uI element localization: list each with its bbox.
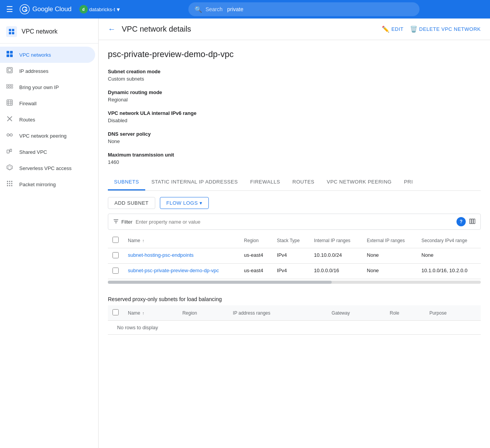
- sidebar-item-routes[interactable]: Routes: [0, 111, 95, 128]
- delete-vpc-button[interactable]: 🗑️ DELETE VPC NETWORK: [410, 25, 481, 33]
- serverless-vpc-icon: [6, 164, 14, 172]
- proxy-select-all-checkbox[interactable]: [112, 309, 119, 315]
- help-icon[interactable]: ?: [456, 217, 466, 226]
- sidebar-item-firewall[interactable]: Firewall: [0, 95, 95, 111]
- svg-rect-8: [10, 54, 13, 57]
- col-name-label: Name: [128, 238, 140, 243]
- svg-point-25: [10, 134, 12, 136]
- sidebar-item-shared-vpc[interactable]: Shared VPC: [0, 144, 95, 160]
- flow-logs-button[interactable]: FLOW LOGS ▾: [160, 197, 209, 209]
- project-dropdown-icon: ▾: [117, 6, 120, 13]
- svg-rect-4: [12, 32, 14, 34]
- main-content: ← VPC network details ✏️ EDIT 🗑️ DELETE …: [99, 19, 490, 448]
- col-header-external-ip[interactable]: External IP ranges: [362, 233, 417, 248]
- svg-rect-12: [9, 84, 10, 86]
- row2-name-link[interactable]: subnet-psc-private-preview-demo-dp-vpc: [128, 268, 219, 273]
- add-subnet-button[interactable]: ADD SUBNET: [108, 197, 155, 209]
- row2-name: subnet-psc-private-preview-demo-dp-vpc: [123, 264, 239, 279]
- sidebar-item-ip-addresses[interactable]: IP addresses: [0, 63, 95, 79]
- svg-rect-1: [9, 29, 11, 31]
- horizontal-scrollbar[interactable]: [108, 281, 481, 284]
- col-header-stack-type[interactable]: Stack Type: [272, 233, 309, 248]
- svg-marker-30: [8, 166, 11, 170]
- row1-region: us-east4: [239, 248, 272, 264]
- proxy-col-role[interactable]: Role: [385, 305, 425, 321]
- detail-label-subnet-creation: Subnet creation mode: [108, 69, 481, 74]
- sidebar-item-bring-your-own-ip[interactable]: Bring your own IP: [0, 79, 95, 95]
- page-actions: ✏️ EDIT 🗑️ DELETE VPC NETWORK: [382, 25, 481, 33]
- proxy-no-rows-row: No rows to display: [108, 321, 481, 335]
- sidebar-item-label-serverless-vpc: Serverless VPC access: [19, 165, 72, 171]
- col-header-name[interactable]: Name ↑: [123, 233, 239, 248]
- row2-secondary-ipv4: 10.1.0.0/16, 10.2.0.0: [417, 264, 481, 279]
- tab-routes[interactable]: ROUTES: [286, 174, 321, 190]
- sidebar-header: VPC network: [0, 22, 98, 44]
- svg-rect-10: [8, 69, 11, 72]
- subnet-controls: ADD SUBNET FLOW LOGS ▾: [108, 191, 481, 214]
- ip-addresses-icon: [6, 67, 14, 75]
- proxy-col-region[interactable]: Region: [178, 305, 228, 321]
- col-header-internal-ip[interactable]: Internal IP ranges: [309, 233, 362, 248]
- sidebar-item-label-routes: Routes: [19, 117, 35, 123]
- proxy-col-ip-ranges[interactable]: IP address ranges: [228, 305, 327, 321]
- proxy-subnets-heading: Reserved proxy-only subnets for load bal…: [108, 290, 481, 305]
- proxy-col-gateway[interactable]: Gateway: [327, 305, 385, 321]
- firewall-icon: [6, 99, 14, 108]
- detail-value-mtu: 1460: [108, 159, 481, 165]
- svg-rect-16: [11, 87, 13, 88]
- detail-dynamic-routing-mode: Dynamic routing mode Regional: [108, 89, 481, 103]
- logo-text: Google Cloud: [32, 5, 72, 13]
- svg-rect-38: [11, 183, 12, 184]
- svg-rect-3: [9, 32, 11, 34]
- search-bar[interactable]: 🔍 Search private: [188, 2, 420, 16]
- back-button[interactable]: ←: [108, 25, 116, 34]
- routes-icon: [6, 115, 14, 124]
- columns-icon[interactable]: [469, 218, 476, 226]
- bring-your-own-ip-icon: [6, 83, 14, 91]
- filter-icon: [113, 218, 119, 226]
- layout: VPC network VPC networks IP addresse: [0, 19, 490, 448]
- svg-rect-33: [7, 185, 8, 186]
- flow-logs-arrow: ▾: [200, 200, 203, 206]
- project-selector[interactable]: d databricks-t ▾: [79, 5, 120, 13]
- sidebar-item-vpc-networks[interactable]: VPC networks: [0, 47, 95, 63]
- tab-static-internal-ip[interactable]: STATIC INTERNAL IP ADDRESSES: [145, 174, 244, 190]
- proxy-col-purpose[interactable]: Purpose: [425, 305, 481, 321]
- proxy-table-header-row: Name ↑ Region IP address ranges Gateway …: [108, 305, 481, 321]
- detail-label-dns: DNS server policy: [108, 131, 481, 137]
- row2-region: us-east4: [239, 264, 272, 279]
- svg-rect-7: [7, 54, 9, 57]
- svg-rect-5: [7, 51, 9, 54]
- edit-button[interactable]: ✏️ EDIT: [382, 25, 403, 33]
- google-cloud-logo: Google Cloud: [19, 4, 72, 15]
- svg-rect-9: [7, 67, 12, 73]
- proxy-select-all-header: [108, 305, 123, 321]
- col-header-secondary-ipv4[interactable]: Secondary IPv4 range: [417, 233, 481, 248]
- filter-bar: Filter ?: [108, 214, 481, 230]
- tab-vpc-peering[interactable]: VPC NETWORK PEERING: [321, 174, 398, 190]
- svg-rect-13: [11, 84, 13, 86]
- svg-rect-11: [7, 84, 8, 86]
- row1-checkbox[interactable]: [112, 252, 119, 258]
- select-all-header: [108, 233, 123, 248]
- menu-icon[interactable]: ☰: [6, 5, 13, 14]
- svg-rect-39: [11, 185, 12, 186]
- row2-external-ip: None: [362, 264, 417, 279]
- sidebar-item-vpc-network-peering[interactable]: VPC network peering: [0, 128, 95, 144]
- table-header-row: Name ↑ Region Stack Type Internal IP ran…: [108, 233, 481, 248]
- proxy-col-name[interactable]: Name ↑: [123, 305, 178, 321]
- detail-value-routing: Regional: [108, 97, 481, 103]
- filter-label: Filter: [121, 219, 133, 225]
- sidebar-item-serverless-vpc[interactable]: Serverless VPC access: [0, 160, 95, 176]
- tab-subnets[interactable]: SUBNETS: [108, 174, 145, 190]
- tab-firewalls[interactable]: FIREWALLS: [244, 174, 286, 190]
- row1-name-link[interactable]: subnet-hosting-psc-endpoints: [128, 252, 194, 258]
- row2-checkbox[interactable]: [112, 268, 119, 274]
- sidebar-item-packet-mirroring[interactable]: Packet mirroring: [0, 176, 95, 192]
- select-all-checkbox[interactable]: [112, 237, 119, 243]
- col-header-region[interactable]: Region: [239, 233, 272, 248]
- svg-rect-44: [472, 219, 473, 224]
- detail-label-mtu: Maximum transmission unit: [108, 152, 481, 158]
- tab-pri[interactable]: PRI: [398, 174, 419, 190]
- filter-input[interactable]: [136, 219, 456, 225]
